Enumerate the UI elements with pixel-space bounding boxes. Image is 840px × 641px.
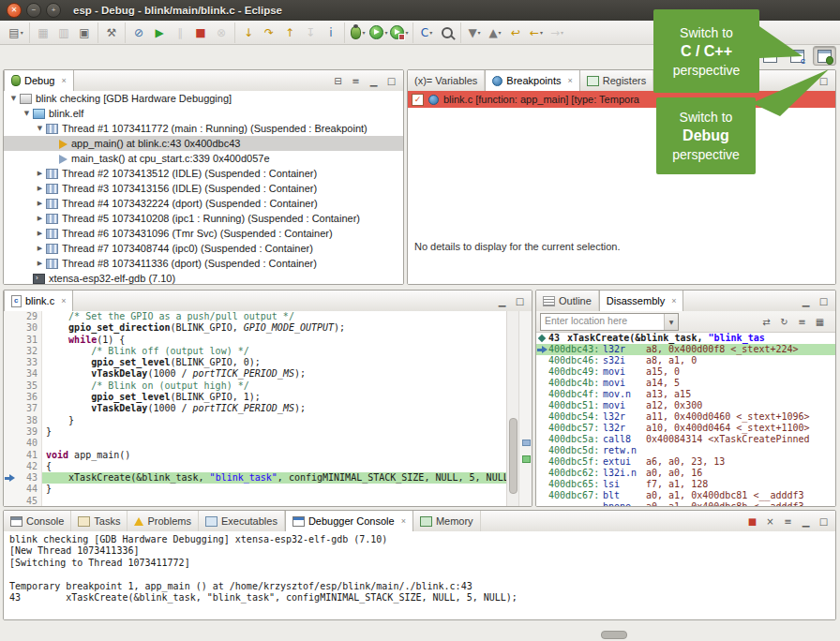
tree-expander-icon[interactable]: ▶ [34, 200, 46, 207]
disassembly-row[interactable]: 400dbc54:l32ra11, 0x400d0460 <_stext+109… [536, 411, 835, 423]
editor-line[interactable]: 41void app_main() [4, 450, 507, 461]
build-icon[interactable]: ⚒ [102, 23, 121, 42]
debug-tree-item[interactable]: xtensa-esp32-elf-gdb (7.10) [4, 271, 403, 284]
debug-tree-item[interactable]: ▶Thread #4 1073432224 (dport) (Suspended… [4, 196, 403, 211]
save-all-icon[interactable]: ▥ [54, 23, 73, 42]
sync-selection-icon[interactable]: ⇄ [758, 314, 774, 330]
new-cpp-project-icon[interactable]: C▾ [417, 23, 436, 42]
tab-breakpoints[interactable]: Breakpoints× [485, 70, 579, 91]
dropdown-arrow-icon[interactable]: ▾ [21, 29, 23, 36]
dropdown-arrow-icon[interactable]: ▾ [540, 29, 543, 36]
ruler-marker-blue[interactable] [522, 440, 531, 446]
editor-line[interactable]: 40 [4, 438, 507, 449]
close-tab-icon[interactable]: × [671, 296, 676, 306]
close-tab-icon[interactable]: × [567, 76, 572, 85]
external-tools-icon[interactable]: ▾ [390, 23, 409, 42]
editor-line[interactable]: 44} [4, 484, 507, 495]
disassembly-row[interactable]: 400dbc46:s32ia8, a1, 0 [536, 355, 835, 366]
terminate-console-icon[interactable]: ■ [744, 514, 760, 529]
maximize-icon[interactable]: □ [512, 293, 528, 309]
debug-icon[interactable]: ▾ [349, 23, 368, 42]
combo-dropdown-icon[interactable]: ▼ [664, 314, 678, 330]
editor-line[interactable]: 35 /* Blink on (output high) */ [4, 380, 507, 392]
terminate-icon[interactable]: ■ [191, 23, 210, 42]
last-edit-location-icon[interactable]: ↩ [506, 23, 525, 42]
location-input[interactable]: Enter location here [541, 314, 664, 330]
tree-expander-icon[interactable]: ▶ [34, 245, 46, 252]
editor-line[interactable]: 34 vTaskDelay(1000 / portTICK_PERIOD_MS)… [4, 368, 507, 380]
breakpoint-checkbox[interactable] [412, 94, 424, 106]
close-tab-icon[interactable]: × [61, 296, 66, 306]
tree-expander-icon[interactable]: ▼ [8, 95, 20, 102]
window-close-button[interactable]: ✕ [7, 3, 22, 18]
disassembly-row[interactable]: 400dbc49:movia15, 0 [536, 366, 835, 378]
editor-scrollbar-thumb[interactable] [509, 418, 518, 494]
next-annotation-icon[interactable]: ▼▾ [465, 23, 484, 42]
dropdown-arrow-icon[interactable]: ▾ [478, 29, 481, 36]
editor-line[interactable]: 45 [4, 496, 507, 506]
maximize-icon[interactable]: □ [816, 514, 832, 529]
minimize-icon[interactable]: ▁ [798, 514, 814, 529]
disassembly-row[interactable]: 400dbc67:blta0, a1, 0x400dbc81 <__adddf3 [536, 490, 835, 501]
debug-tree-item[interactable]: ▶Thread #5 1073410208 (ipc1 : Running) (… [4, 211, 403, 226]
code-editor[interactable]: 29 /* Set the GPIO as a push/pull output… [4, 311, 507, 506]
editor-line[interactable]: 42{ [4, 461, 507, 472]
disassembly-row[interactable]: 400dbc51:movia12, 0x300 [536, 400, 835, 411]
tab-memory[interactable]: Memory [413, 511, 481, 531]
tab-debug[interactable]: Debug× [4, 70, 74, 91]
view-menu-icon[interactable]: ≡ [780, 514, 796, 529]
dropdown-arrow-icon[interactable]: ▾ [405, 29, 408, 36]
debug-tree-item[interactable]: ▶Thread #6 1073431096 (Tmr Svc) (Suspend… [4, 226, 403, 241]
resume-icon[interactable]: ▶ [150, 23, 169, 42]
step-into-icon[interactable]: ↓ [239, 23, 258, 42]
collapse-all-icon[interactable]: ⊟ [330, 73, 346, 89]
refresh-icon[interactable]: ↻ [776, 314, 792, 330]
tree-expander-icon[interactable]: ▼ [34, 125, 46, 132]
debug-tree-item[interactable]: ▶Thread #3 1073413156 (IDLE) (Suspended … [4, 181, 403, 196]
tree-expander-icon[interactable]: ▶ [34, 260, 46, 267]
close-tab-icon[interactable]: × [401, 516, 406, 526]
editor-line[interactable]: 37 vTaskDelay(1000 / portTICK_PERIOD_MS)… [4, 403, 507, 414]
step-over-icon[interactable]: ↷ [260, 23, 278, 42]
debug-tree-item[interactable]: ▼blink checking [GDB Hardware Debugging] [4, 91, 403, 106]
window-maximize-button[interactable]: + [46, 3, 61, 18]
dropdown-arrow-icon[interactable]: ▾ [384, 29, 387, 36]
suspend-icon[interactable]: ∥ [171, 23, 189, 42]
disassembly-row[interactable]: 400dbc43:l32ra8, 0x400d00f8 <_stext+224> [536, 344, 835, 355]
location-combo[interactable]: Enter location here ▼ [540, 313, 679, 331]
tab-registers[interactable]: Registers [580, 70, 653, 91]
debug-tree-item[interactable]: ▶Thread #2 1073413512 (IDLE) (Suspended … [4, 166, 403, 181]
tab-problems[interactable]: Problems [128, 511, 198, 531]
disassembly-row[interactable]: bnonea0, a1, 0x400dbc8b <__adddf3 [536, 501, 835, 506]
view-menu-icon[interactable]: ≡ [348, 73, 364, 89]
debug-tree-item[interactable]: main_task() at cpu_start.c:339 0x400d057… [4, 151, 403, 166]
editor-line[interactable]: 33 gpio_set_level(BLINK_GPIO, 0); [4, 357, 507, 368]
tree-expander-icon[interactable]: ▶ [34, 185, 46, 192]
editor-line[interactable]: 29 /* Set the GPIO as a push/pull output… [4, 311, 507, 322]
tab-x-variables[interactable]: (x)= Variables [408, 70, 485, 91]
disassembly-listing[interactable]: 43xTaskCreate(&blink_task, "blink_tas400… [536, 333, 835, 506]
debug-tree-item[interactable]: app_main() at blink.c:43 0x400dbc43 [4, 136, 403, 151]
forward-icon[interactable]: →▾ [548, 23, 566, 42]
remove-console-icon[interactable]: × [762, 514, 778, 529]
minimize-icon[interactable]: ▁ [494, 293, 510, 309]
debug-tree-item[interactable]: ▼blink.elf [4, 106, 403, 121]
tree-expander-icon[interactable]: ▼ [21, 110, 33, 117]
tree-expander-icon[interactable]: ▶ [34, 230, 46, 237]
maximize-icon[interactable]: □ [816, 293, 832, 309]
tab-blink-c[interactable]: blink.c× [4, 291, 73, 311]
debug-tree-item[interactable]: ▶Thread #7 1073408744 (ipc0) (Suspended … [4, 241, 403, 256]
toggle-layout-icon[interactable]: ▦ [812, 314, 828, 330]
tab-outline[interactable]: Outline [536, 291, 599, 311]
tab-console[interactable]: Console [4, 511, 71, 531]
show-source-icon[interactable]: ≡ [794, 314, 810, 330]
minimize-icon[interactable]: ▁ [366, 73, 382, 89]
print-icon[interactable]: ▣ [75, 23, 94, 42]
disassembly-row[interactable]: 43xTaskCreate(&blink_task, "blink_tas [536, 333, 835, 344]
step-return-icon[interactable]: ↑ [280, 23, 299, 42]
disassembly-row[interactable]: 400dbc57:l32ra10, 0x400d0464 <_stext+110… [536, 423, 835, 434]
editor-scrollbar[interactable] [506, 311, 519, 506]
editor-line[interactable]: 43 xTaskCreate(&blink_task, "blink_task"… [4, 472, 507, 484]
debug-tree-item[interactable]: ▼Thread #1 1073411772 (main : Running) (… [4, 121, 403, 136]
editor-line[interactable]: 32 /* Blink off (output low) */ [4, 346, 507, 357]
